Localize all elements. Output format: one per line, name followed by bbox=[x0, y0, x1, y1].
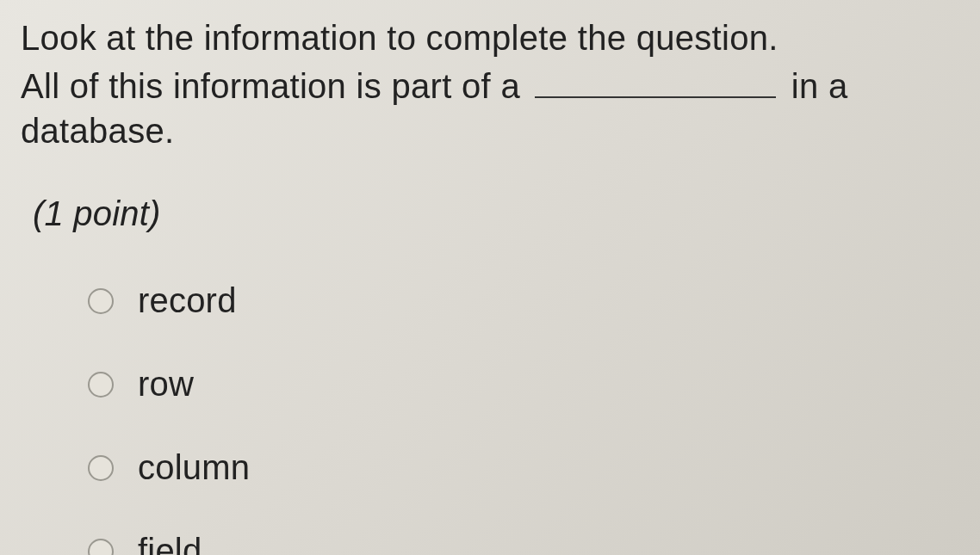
question-text-line1: Look at the information to complete the … bbox=[21, 15, 963, 60]
options-list: record row column field bbox=[88, 281, 963, 555]
option-record[interactable]: record bbox=[88, 281, 963, 320]
radio-icon[interactable] bbox=[88, 372, 114, 398]
radio-icon[interactable] bbox=[88, 455, 114, 481]
question-text-line2: All of this information is part of a in … bbox=[21, 64, 963, 153]
option-label: field bbox=[138, 532, 202, 555]
option-row[interactable]: row bbox=[88, 365, 963, 404]
option-label: record bbox=[138, 281, 237, 320]
option-label: column bbox=[138, 448, 250, 487]
question-line2-pre: All of this information is part of a bbox=[21, 67, 530, 105]
fill-in-blank bbox=[535, 96, 776, 98]
option-label: row bbox=[138, 365, 194, 404]
option-column[interactable]: column bbox=[88, 448, 963, 487]
radio-icon[interactable] bbox=[88, 539, 114, 556]
points-label: (1 point) bbox=[33, 194, 963, 233]
radio-icon[interactable] bbox=[88, 288, 114, 314]
option-field[interactable]: field bbox=[88, 532, 963, 555]
